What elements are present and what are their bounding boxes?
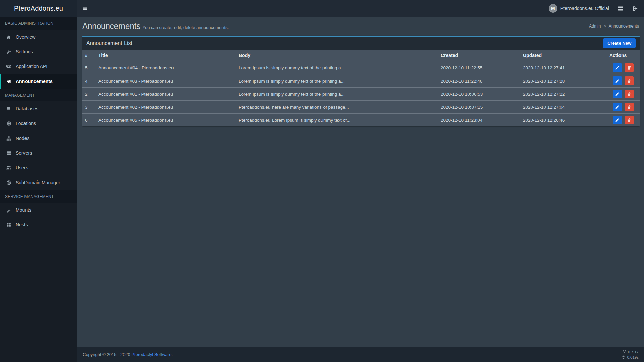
cell-id: 3 [82, 101, 96, 114]
breadcrumb-current: Announcements [609, 24, 639, 29]
sidebar-item-label: Servers [16, 150, 32, 156]
sitemap-icon [6, 136, 11, 141]
cell-id: 6 [82, 114, 96, 127]
hamburger-icon [82, 6, 88, 11]
sidebar-item-subdomain-manager[interactable]: SubDomain Manager [0, 175, 77, 190]
delete-button[interactable] [625, 63, 634, 72]
code-fork-icon [623, 350, 626, 354]
sidebar-item-announcements[interactable]: Announcements [0, 74, 77, 89]
breadcrumb-admin[interactable]: Admin [589, 24, 601, 29]
grid-icon [6, 222, 11, 227]
col-header-title: Title [96, 50, 236, 61]
table-row: 3 Accouncement #02 - Pteroaddons.eu Pter… [82, 101, 640, 114]
sidebar-item-label: Settings [16, 49, 33, 54]
pencil-icon [615, 105, 620, 109]
server-icon [6, 151, 11, 156]
sign-out-icon[interactable] [632, 6, 638, 11]
col-header-actions: Actions [607, 50, 640, 61]
globe-icon [6, 121, 11, 126]
pencil-icon [615, 66, 620, 70]
cell-title: Accouncement #01 - Pteroaddons.eu [96, 88, 236, 101]
wrench-icon [6, 49, 11, 54]
cell-body: Pteroaddons.eu Lorem Ipsum is simply dum… [236, 114, 438, 127]
col-header-created: Created [438, 50, 520, 61]
edit-button[interactable] [613, 103, 622, 111]
sidebar-item-label: Overview [16, 34, 35, 40]
sidebar-item-databases[interactable]: Databases [0, 101, 77, 116]
col-header-updated: Updated [520, 50, 607, 61]
sidebar-item-servers[interactable]: Servers [0, 146, 77, 160]
users-icon [6, 165, 11, 170]
navbar: M Pteroaddons.eu Official [77, 0, 644, 17]
cell-body: Pteroaddons.eu here are many variations … [236, 101, 438, 114]
col-header-id: # [82, 50, 96, 61]
cell-body: Lorem Ipsum is simply dummy text of the … [236, 74, 438, 88]
sidebar-item-locations[interactable]: Locations [0, 116, 77, 131]
sidebar-item-label: SubDomain Manager [16, 180, 60, 185]
copyright: Copyright © 2015 - 2020 Pterodactyl Soft… [83, 352, 173, 357]
edit-button[interactable] [613, 63, 622, 72]
cell-body: Lorem Ipsum is simply dummy text of the … [236, 61, 438, 74]
sidebar-item-label: Mounts [16, 207, 31, 213]
delete-button[interactable] [625, 103, 634, 111]
version-info: 0.7.17 [622, 349, 639, 355]
sidebar-section-service-management: SERVICE MANAGEMENT [0, 190, 77, 203]
col-header-body: Body [236, 50, 438, 61]
sidebar-item-label: Databases [16, 106, 38, 111]
load-time-info: 0.019s [622, 355, 639, 360]
table-row: 5 Announcement #04 - Pteroaddons.eu Lore… [82, 61, 640, 74]
delete-button[interactable] [625, 76, 634, 85]
panel-title: Announcement List [86, 40, 132, 46]
trash-icon [627, 79, 631, 83]
cell-updated: 2020-12-10 12:27:41 [520, 61, 607, 74]
content-area: AnnouncementsYou can create, edit, delet… [77, 17, 644, 347]
trash-icon [627, 105, 631, 109]
sidebar-item-label: Announcements [16, 79, 53, 84]
pencil-icon [615, 79, 620, 83]
cell-title: Accouncement #02 - Pteroaddons.eu [96, 101, 236, 114]
sidebar-item-nests[interactable]: Nests [0, 217, 77, 232]
server-list-icon[interactable] [618, 6, 624, 11]
sidebar: BASIC ADMINISTRATION Overview Settings A… [0, 17, 77, 362]
delete-button[interactable] [625, 90, 634, 98]
edit-button[interactable] [613, 76, 622, 85]
create-new-button[interactable]: Create New [603, 38, 636, 48]
announcement-list-panel: Announcement List Create New # Title Bod… [82, 36, 640, 126]
edit-button[interactable] [613, 90, 622, 98]
sidebar-toggle-button[interactable] [77, 0, 93, 17]
cell-updated: 2020-12-10 12:27:22 [520, 88, 607, 101]
sidebar-item-nodes[interactable]: Nodes [0, 131, 77, 146]
cell-created: 2020-12-10 10:06:53 [438, 88, 520, 101]
bullhorn-icon [6, 79, 11, 84]
sidebar-item-application-api[interactable]: Application API [0, 59, 77, 74]
brand-logo[interactable]: PteroAddons.eu [0, 0, 77, 17]
database-icon [6, 106, 11, 111]
announcements-table: # Title Body Created Updated Actions 5 A… [82, 50, 640, 126]
edit-button[interactable] [613, 116, 622, 124]
sidebar-item-settings[interactable]: Settings [0, 44, 77, 59]
cell-updated: 2020-12-10 12:27:28 [520, 74, 607, 88]
magic-wand-icon [6, 208, 11, 213]
cell-updated: 2020-12-10 12:27:04 [520, 101, 607, 114]
sidebar-item-mounts[interactable]: Mounts [0, 203, 77, 217]
pterodactyl-link[interactable]: Pterodactyl Software [131, 352, 171, 357]
user-menu[interactable]: M Pteroaddons.eu Official [549, 4, 609, 13]
sidebar-section-basic-administration: BASIC ADMINISTRATION [0, 17, 77, 30]
sidebar-item-label: Application API [16, 64, 47, 69]
user-name: Pteroaddons.eu Official [560, 6, 609, 11]
gamepad-icon [6, 64, 11, 69]
table-row: 6 Accouncement #05 - Pteroaddons.eu Pter… [82, 114, 640, 127]
trash-icon [627, 118, 631, 122]
trash-icon [627, 92, 631, 96]
sidebar-item-overview[interactable]: Overview [0, 30, 77, 44]
table-row: 2 Accouncement #01 - Pteroaddons.eu Lore… [82, 88, 640, 101]
pencil-icon [615, 118, 620, 122]
cell-id: 4 [82, 74, 96, 88]
delete-button[interactable] [625, 116, 634, 124]
topbar: PteroAddons.eu M Pteroaddons.eu Official [0, 0, 644, 17]
sidebar-item-users[interactable]: Users [0, 160, 77, 175]
sidebar-item-label: Users [16, 165, 28, 170]
table-row: 4 Accouncement #03 - Pteroaddons.eu Lore… [82, 74, 640, 88]
breadcrumb-separator: > [603, 24, 606, 29]
page-subtitle: You can create, edit, delete announcemen… [142, 25, 229, 30]
